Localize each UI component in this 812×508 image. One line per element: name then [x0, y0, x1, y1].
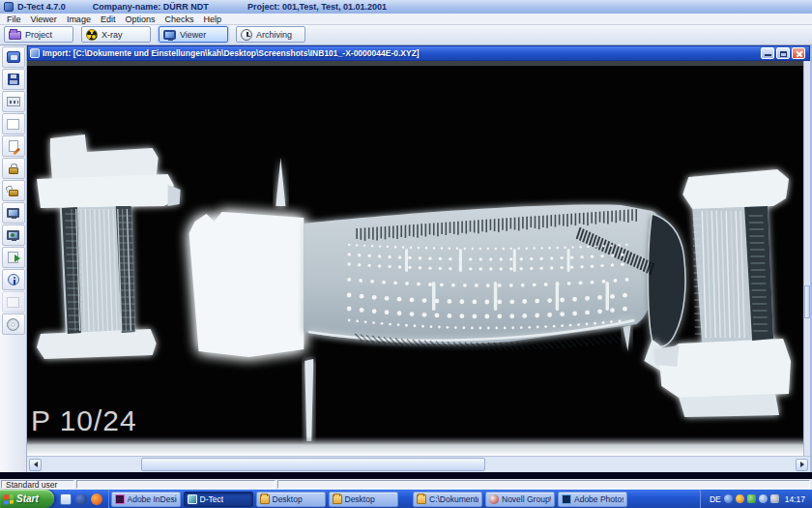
system-tray: DE 14:17: [700, 490, 812, 508]
status-user-label: Standard user: [6, 480, 57, 490]
taskbar-button-dokumente[interactable]: C:\Dokumente und Ei...: [413, 492, 482, 507]
tray-icon-5[interactable]: [770, 494, 779, 503]
toolbar-button-unlock[interactable]: [2, 180, 25, 201]
scroll-right-arrow-icon[interactable]: [796, 459, 808, 471]
restore-icon[interactable]: [776, 47, 790, 59]
company-name-label: Company-name: DÜRR NDT: [93, 2, 209, 12]
close-icon[interactable]: [792, 47, 805, 59]
tab-archiving[interactable]: Archiving: [236, 26, 305, 43]
window-bottom-border: [0, 472, 812, 479]
tray-icon-3[interactable]: [747, 494, 756, 503]
dtect-app-icon: [4, 2, 14, 12]
start-button[interactable]: Start: [0, 490, 54, 508]
tab-archiving-label: Archiving: [256, 30, 292, 40]
send-icon: [8, 252, 18, 263]
vertical-scrollbar[interactable]: [803, 61, 810, 456]
menu-viewer[interactable]: Viewer: [26, 15, 62, 24]
minimize-icon[interactable]: [761, 47, 774, 59]
dtect-icon: [188, 494, 197, 504]
import-image-icon: [7, 51, 20, 63]
indesign-icon: [115, 494, 125, 504]
import-window-icon: [30, 48, 40, 58]
toolbar-button-disabled: [2, 291, 25, 313]
toolbar-button-blank-frame[interactable]: [2, 113, 25, 134]
folder-icon: [417, 494, 426, 504]
project-label: Project: 001,Test, Test, 01.01.2001: [247, 2, 387, 12]
menu-bar: File Viewer Image Edit Options Checks He…: [0, 14, 812, 25]
toolbar-button-import-image[interactable]: [2, 46, 25, 68]
title-bar: D-Tect 4.7.0 Company-name: DÜRR NDT Proj…: [0, 0, 812, 14]
dtect-application-window: D-Tect 4.7.0 Company-name: DÜRR NDT Proj…: [0, 0, 812, 508]
status-cell-2: [76, 480, 276, 489]
id-plate-icon: [7, 97, 20, 106]
menu-file[interactable]: File: [2, 15, 26, 24]
menu-help[interactable]: Help: [198, 15, 226, 24]
viewer-monitor-icon: [163, 30, 176, 40]
windows-taskbar: Start Adobe InDesign CS3 D-Tect Desktop …: [0, 490, 812, 508]
menu-options[interactable]: Options: [120, 15, 160, 24]
tab-project-label: Project: [25, 30, 52, 40]
horizontal-scrollbar-thumb[interactable]: [141, 458, 485, 471]
internet-icon[interactable]: [60, 493, 72, 505]
info-icon: [8, 274, 19, 285]
xray-image-canvas[interactable]: P 10/24: [27, 61, 803, 456]
menu-checks[interactable]: Checks: [160, 15, 198, 24]
toolbar-button-info[interactable]: [2, 269, 25, 290]
menu-image[interactable]: Image: [62, 15, 96, 24]
status-user-cell: Standard user: [1, 480, 74, 489]
left-toolbar: [0, 45, 27, 472]
taskbar-button-photoshop[interactable]: Adobe Photoshop CS...: [558, 492, 627, 507]
tray-icon-2[interactable]: [736, 494, 744, 503]
taskbar-button-dtect[interactable]: D-Tect: [184, 492, 253, 507]
toolbar-button-id-plate[interactable]: [2, 91, 25, 112]
scroll-left-arrow-icon[interactable]: [29, 459, 42, 471]
import-window: Import: [C:\Dokumente und Einstellungen\…: [27, 45, 812, 472]
menu-edit[interactable]: Edit: [96, 15, 121, 24]
radiation-icon: [86, 29, 98, 41]
language-indicator[interactable]: DE: [710, 494, 721, 504]
toolbar-button-monitor-user[interactable]: [2, 224, 25, 246]
disabled-icon: [7, 297, 19, 308]
exposure-counter-overlay: P 10/24: [31, 404, 137, 436]
monitor-icon: [7, 208, 19, 218]
film-bottom-edge: [27, 436, 803, 456]
toolbar-button-monitor[interactable]: [2, 202, 25, 224]
folder-icon: [260, 494, 270, 504]
main-tab-bar: Project X-ray Viewer Archiving: [0, 25, 812, 45]
folder-icon: [333, 494, 342, 504]
status-bar: Standard user: [0, 479, 812, 490]
toolbar-button-send[interactable]: [2, 247, 25, 268]
lock-icon: [9, 167, 18, 174]
messenger-icon[interactable]: [75, 493, 87, 505]
toolbar-button-annotate[interactable]: [2, 135, 25, 157]
groupwise-icon: [489, 494, 499, 504]
main-area: Import: [C:\Dokumente und Einstellungen\…: [0, 45, 812, 472]
vertical-scrollbar-thumb[interactable]: [804, 285, 810, 318]
save-icon: [8, 74, 19, 85]
toolbar-button-lock[interactable]: [2, 158, 25, 179]
annotate-icon: [9, 140, 18, 152]
archiving-clock-icon: [241, 29, 252, 41]
windows-flag-icon: [4, 493, 14, 504]
blank-frame-icon: [7, 119, 19, 130]
quick-launch-bar: [54, 490, 109, 508]
status-cell-3: [277, 480, 810, 489]
taskbar-button-indesign[interactable]: Adobe InDesign CS3: [111, 492, 181, 507]
cd-burn-icon: [7, 318, 19, 331]
toolbar-button-save[interactable]: [2, 69, 25, 90]
tab-xray[interactable]: X-ray: [81, 26, 151, 43]
tab-viewer[interactable]: Viewer: [159, 26, 228, 43]
tab-viewer-label: Viewer: [180, 30, 206, 40]
unlock-icon: [9, 190, 18, 196]
toolbar-button-cd-burn[interactable]: [2, 314, 25, 335]
tab-project[interactable]: Project: [4, 26, 73, 43]
taskbar-button-desktop-2[interactable]: Desktop: [329, 492, 398, 507]
photoshop-icon: [562, 494, 571, 504]
taskbar-button-groupwise[interactable]: Novell GroupWise - N...: [485, 492, 555, 507]
taskbar-button-desktop-1[interactable]: Desktop: [256, 492, 326, 507]
import-window-title-bar[interactable]: Import: [C:\Dokumente und Einstellungen\…: [27, 45, 810, 61]
tray-icon-1[interactable]: [724, 494, 733, 503]
browser-icon[interactable]: [91, 493, 102, 505]
tray-icon-4[interactable]: [759, 494, 768, 503]
horizontal-scrollbar[interactable]: [27, 456, 810, 472]
